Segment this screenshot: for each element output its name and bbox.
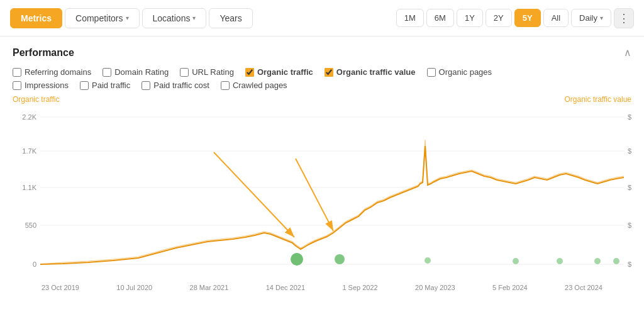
tab-years[interactable]: Years xyxy=(209,8,252,28)
chart-area: 2.2K 1.7K 1.1K 550 0 $380 $285 $190 $95 … xyxy=(13,105,631,281)
svg-text:1.1K: 1.1K xyxy=(22,184,36,191)
chevron-down-icon: ▾ xyxy=(126,14,129,21)
checkbox-organic-traffic[interactable] xyxy=(245,68,254,77)
time-2y[interactable]: 2Y xyxy=(486,9,512,27)
checkbox-impressions[interactable] xyxy=(13,81,21,90)
x-label-3: 14 Dec 2021 xyxy=(266,284,305,291)
chart-left-label: Organic traffic xyxy=(13,95,59,104)
metric-paid-traffic-cost[interactable]: Paid traffic cost xyxy=(142,81,209,90)
metric-impressions[interactable]: Impressions xyxy=(13,81,69,90)
checkbox-referring-domains[interactable] xyxy=(13,68,21,77)
checkbox-paid-traffic-cost[interactable] xyxy=(142,81,150,90)
event-dot-sep2022[interactable] xyxy=(335,254,345,264)
x-label-6: 5 Feb 2024 xyxy=(492,284,528,291)
main-content: Performance ∧ Referring domains Domain R… xyxy=(0,36,644,308)
metric-organic-traffic-value[interactable]: Organic traffic value xyxy=(325,67,416,77)
x-label-0: 23 Oct 2019 xyxy=(42,284,79,291)
tab-metrics[interactable]: Metrics xyxy=(10,8,62,28)
section-header: Performance ∧ xyxy=(13,47,631,59)
tab-locations[interactable]: Locations ▾ xyxy=(142,8,207,28)
metric-crawled-pages[interactable]: Crawled pages xyxy=(221,81,287,90)
tab-competitors[interactable]: Competitors ▾ xyxy=(65,8,139,28)
checkbox-url-rating[interactable] xyxy=(180,68,189,77)
organic-traffic-line xyxy=(40,146,624,264)
metric-paid-traffic[interactable]: Paid traffic xyxy=(80,81,130,90)
chart-container: Organic traffic Organic traffic value 2.… xyxy=(13,95,631,303)
section-title: Performance xyxy=(13,47,74,59)
x-label-5: 20 May 2023 xyxy=(415,284,455,291)
svg-line-15 xyxy=(214,152,294,237)
x-axis-labels: 23 Oct 2019 10 Jul 2020 28 Mar 2021 14 D… xyxy=(13,281,631,291)
metric-url-rating[interactable]: URL Rating xyxy=(180,67,234,77)
event-dot-feb2024[interactable] xyxy=(513,258,519,264)
svg-text:$95: $95 xyxy=(628,221,631,229)
x-label-1: 10 Jul 2020 xyxy=(116,284,152,291)
x-label-2: 28 Mar 2021 xyxy=(190,284,229,291)
event-dot-dec2021[interactable] xyxy=(291,253,303,266)
x-label-7: 23 Oct 2024 xyxy=(565,284,602,291)
svg-text:1.7K: 1.7K xyxy=(22,147,36,155)
chart-axis-labels: Organic traffic Organic traffic value xyxy=(13,95,631,104)
daily-selector[interactable]: Daily ▾ xyxy=(571,9,611,27)
event-dot-oct2024[interactable] xyxy=(594,258,601,264)
svg-text:550: 550 xyxy=(25,221,36,229)
chart-right-label: Organic traffic value xyxy=(565,95,632,104)
x-label-4: 1 Sep 2022 xyxy=(342,284,377,291)
event-dot-may2023[interactable] xyxy=(425,257,431,264)
event-dot-oct2024b[interactable] xyxy=(613,258,619,264)
metric-organic-pages[interactable]: Organic pages xyxy=(427,67,492,77)
svg-text:$0: $0 xyxy=(628,260,631,268)
metric-organic-traffic[interactable]: Organic traffic xyxy=(245,67,313,77)
svg-text:$190: $190 xyxy=(628,184,631,191)
metrics-row-2: Impressions Paid traffic Paid traffic co… xyxy=(13,81,631,90)
event-dot-feb2024b[interactable] xyxy=(557,258,563,264)
more-options-button[interactable]: ⋮ xyxy=(614,8,634,28)
time-controls: 1M 6M 1Y 2Y 5Y All Daily ▾ ⋮ xyxy=(396,8,634,28)
chart-svg: 2.2K 1.7K 1.1K 550 0 $380 $285 $190 $95 … xyxy=(13,105,631,281)
metric-referring-domains[interactable]: Referring domains xyxy=(13,67,91,77)
time-1y[interactable]: 1Y xyxy=(457,9,483,27)
checkbox-domain-rating[interactable] xyxy=(103,68,111,77)
svg-text:0: 0 xyxy=(33,260,36,268)
svg-text:$380: $380 xyxy=(628,113,631,121)
svg-text:$285: $285 xyxy=(628,147,631,155)
svg-text:2.2K: 2.2K xyxy=(22,113,36,121)
time-5y[interactable]: 5Y xyxy=(514,9,541,27)
checkbox-paid-traffic[interactable] xyxy=(80,81,89,90)
collapse-button[interactable]: ∧ xyxy=(624,47,631,59)
nav-tabs: Metrics Competitors ▾ Locations ▾ Years xyxy=(10,8,253,28)
checkbox-organic-pages[interactable] xyxy=(427,68,436,77)
chevron-down-icon: ▾ xyxy=(600,14,603,21)
svg-line-16 xyxy=(296,159,333,231)
metric-domain-rating[interactable]: Domain Rating xyxy=(103,67,169,77)
checkbox-crawled-pages[interactable] xyxy=(221,81,230,90)
organic-traffic-value-line xyxy=(40,140,624,264)
metrics-row-1: Referring domains Domain Rating URL Rati… xyxy=(13,67,631,77)
time-6m[interactable]: 6M xyxy=(426,9,454,27)
chevron-down-icon: ▾ xyxy=(192,14,196,21)
checkbox-organic-traffic-value[interactable] xyxy=(325,68,333,77)
top-navigation: Metrics Competitors ▾ Locations ▾ Years … xyxy=(0,0,644,36)
time-all[interactable]: All xyxy=(543,9,569,27)
time-1m[interactable]: 1M xyxy=(396,9,424,27)
